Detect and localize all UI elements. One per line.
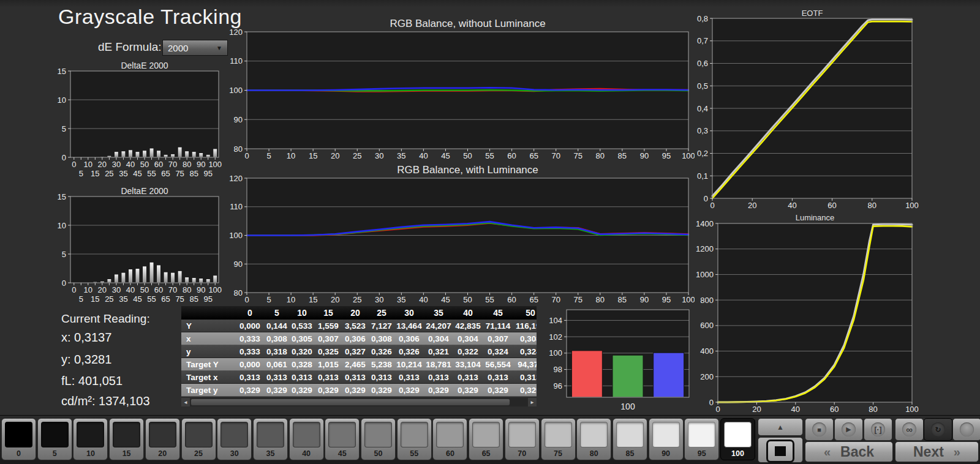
back-button[interactable]: « Back	[805, 441, 893, 462]
swatch-label: 100	[721, 449, 755, 458]
svg-text:75: 75	[175, 169, 184, 178]
table-cell: 116,198	[513, 320, 537, 332]
pattern-swatch-80[interactable]: 80	[576, 418, 611, 460]
pattern-list-up-button[interactable]: ▲	[758, 418, 803, 436]
svg-text:30: 30	[112, 160, 121, 169]
pattern-swatch-55[interactable]: 55	[397, 418, 432, 460]
table-cell: 0,313	[513, 371, 537, 383]
blank-button[interactable]	[952, 418, 980, 441]
deltae-bottom-title: DeltaE 2000	[70, 186, 219, 196]
pattern-swatch-20[interactable]: 20	[145, 418, 180, 460]
table-cell: 0,313	[342, 371, 369, 383]
play-button[interactable]: ▶	[834, 418, 863, 441]
svg-text:0: 0	[62, 279, 66, 288]
table-row: Y0,0000,1440,5331,5593,5237,12713,46424,…	[181, 320, 537, 332]
de-formula-dropdown[interactable]: 2000 ▼	[162, 40, 228, 56]
svg-text:90: 90	[197, 160, 205, 169]
table-cell: 0,329	[394, 384, 424, 396]
scroll-left-icon[interactable]: ◄	[181, 398, 190, 406]
svg-text:10: 10	[287, 151, 295, 160]
rgb-with-title: RGB Balance, with Luminance	[247, 164, 688, 176]
stop-button[interactable]: ■	[805, 418, 834, 441]
table-horizontal-scrollbar[interactable]: ◄ ►	[181, 398, 537, 406]
svg-text:60: 60	[154, 285, 163, 294]
swatch-label: 5	[38, 449, 72, 458]
pattern-swatch-45[interactable]: 45	[325, 418, 360, 460]
svg-text:100: 100	[208, 285, 222, 294]
svg-text:50: 50	[140, 285, 149, 294]
svg-text:0: 0	[704, 194, 708, 203]
table-cell: 0,304	[453, 332, 483, 345]
pattern-swatch-5[interactable]: 5	[37, 418, 72, 460]
pattern-swatch-90[interactable]: 90	[649, 418, 684, 460]
svg-text:0: 0	[62, 153, 66, 162]
pattern-swatch-25[interactable]: 25	[181, 418, 216, 460]
svg-text:60: 60	[507, 295, 516, 304]
svg-text:30: 30	[375, 295, 383, 304]
scroll-right-icon[interactable]: ►	[528, 398, 537, 406]
table-cell: 0,329	[424, 384, 453, 396]
table-cell: 0,329	[453, 384, 483, 396]
svg-text:10: 10	[84, 285, 92, 294]
pattern-swatch-70[interactable]: 70	[505, 418, 540, 460]
pattern-swatch-50[interactable]: 50	[361, 418, 396, 460]
table-cell: 0,313	[289, 371, 315, 383]
svg-text:85: 85	[189, 169, 198, 178]
svg-text:0: 0	[715, 405, 720, 414]
table-cell: 0,329	[369, 384, 394, 396]
table-cell: 0,307	[483, 332, 513, 345]
scrollbar-thumb[interactable]	[190, 399, 510, 406]
table-cell: 0,327	[342, 345, 369, 357]
svg-text:800: 800	[700, 296, 714, 305]
table-cell: 0,329	[483, 384, 513, 396]
svg-text:25: 25	[105, 169, 113, 178]
continuous-measure-button[interactable]: ∞	[895, 418, 924, 441]
table-cell: 0,324	[483, 345, 513, 357]
continuous-measure-icon: ∞	[902, 422, 916, 436]
svg-text:100: 100	[208, 160, 222, 169]
page-title: Grayscale Tracking	[58, 5, 242, 29]
pattern-swatch-75[interactable]: 75	[541, 418, 576, 460]
table-cell: 0,308	[265, 332, 289, 345]
pattern-swatch-100[interactable]: 100	[720, 418, 755, 460]
table-cell: 0,313	[453, 371, 483, 383]
table-cell: 0,061	[265, 358, 289, 370]
svg-text:80: 80	[868, 201, 876, 210]
chevron-down-icon: ▼	[216, 45, 222, 51]
pattern-swatch-15[interactable]: 15	[109, 418, 144, 460]
pattern-swatch-10[interactable]: 10	[73, 418, 108, 460]
current-reading-cdm2: cd/m²: 1374,103	[61, 394, 150, 408]
table-cell: 0,325	[315, 345, 342, 357]
next-button[interactable]: Next »	[895, 441, 979, 462]
pattern-swatch-65[interactable]: 65	[469, 418, 503, 460]
pattern-window-icon	[775, 446, 786, 456]
table-row-label: Target y	[181, 384, 235, 396]
pattern-swatch-0[interactable]: 0	[1, 418, 36, 460]
back-button-label: Back	[840, 444, 874, 460]
table-cell: 7,127	[369, 320, 394, 332]
pattern-swatch-60[interactable]: 60	[432, 418, 467, 460]
pattern-swatch-35[interactable]: 35	[253, 418, 288, 460]
de-formula-value: 2000	[168, 43, 188, 53]
single-measure-button[interactable]: [·]	[864, 418, 892, 441]
table-cell: 0,324	[513, 345, 537, 357]
table-row-label: Target Y	[181, 358, 235, 370]
table-row-label: Y	[181, 320, 235, 332]
pattern-swatch-85[interactable]: 85	[612, 418, 647, 460]
svg-text:90: 90	[197, 285, 205, 294]
sync-button[interactable]: ↻	[924, 418, 952, 441]
table-cell: 71,114	[483, 320, 513, 332]
pattern-swatch-95[interactable]: 95	[684, 418, 719, 460]
swatch-color	[436, 422, 464, 447]
swatch-color	[401, 422, 428, 447]
svg-text:0,8: 0,8	[697, 15, 708, 23]
pattern-swatch-40[interactable]: 40	[289, 418, 324, 460]
swatch-label: 20	[146, 449, 179, 458]
table-cell: 0,313	[235, 371, 265, 383]
eotf-chart: 00,10,20,30,40,50,60,70,8020406080100	[691, 15, 919, 217]
svg-text:40: 40	[126, 285, 135, 294]
pattern-window-button[interactable]	[758, 437, 803, 463]
svg-text:50: 50	[463, 151, 472, 160]
svg-text:1200: 1200	[696, 244, 714, 253]
pattern-swatch-30[interactable]: 30	[217, 418, 252, 460]
